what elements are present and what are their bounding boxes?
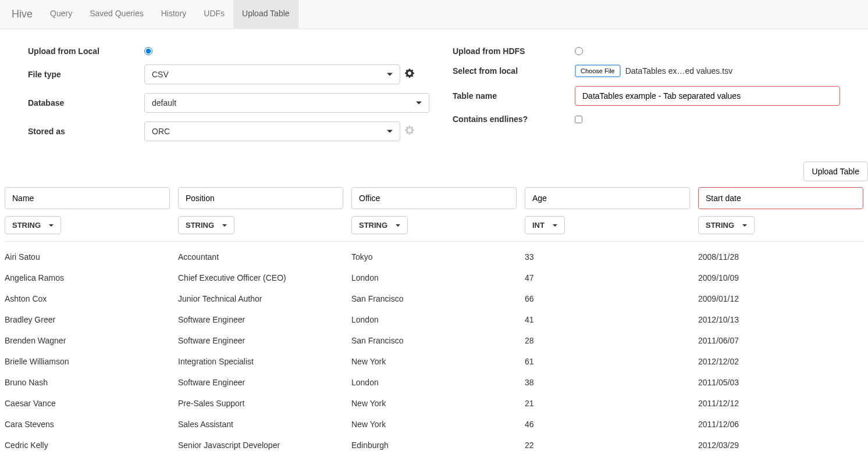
table-cell: 2008/11/28: [698, 252, 863, 262]
table-row: Caesar VancePre-Sales SupportNew York212…: [5, 393, 863, 414]
file-type-select[interactable]: CSV: [144, 65, 400, 84]
upload-form: Upload from Local File type CSV Database…: [0, 29, 868, 156]
database-select[interactable]: default: [144, 93, 429, 113]
table-cell: Bradley Greer: [5, 315, 170, 324]
table-cell: 61: [525, 357, 690, 366]
upload-local-label: Upload from Local: [28, 46, 144, 56]
table-cell: 22: [525, 441, 690, 450]
table-cell: Ashton Cox: [5, 294, 170, 303]
table-cell: 21: [525, 399, 690, 408]
table-cell: 2011/12/12: [698, 399, 863, 408]
nav-tabs: QuerySaved QueriesHistoryUDFsUpload Tabl…: [41, 0, 298, 28]
table-cell: Software Engineer: [178, 336, 343, 345]
table-cell: San Francisco: [351, 336, 517, 345]
table-cell: Cedric Kelly: [5, 441, 170, 450]
table-cell: 2011/05/03: [698, 378, 863, 387]
table-cell: 2009/01/12: [698, 294, 863, 303]
table-cell: Brielle Williamson: [5, 357, 170, 366]
database-value: default: [152, 98, 176, 108]
table-cell: 2012/12/02: [698, 357, 863, 366]
table-cell: Senior Javascript Developer: [178, 441, 343, 450]
table-cell: New York: [351, 420, 517, 429]
table-cell: 2011/12/06: [698, 420, 863, 429]
column-type-select[interactable]: STRING: [698, 216, 755, 234]
table-row: Bruno NashSoftware EngineerLondon382011/…: [5, 372, 863, 393]
table-cell: 33: [525, 252, 690, 262]
column-name-input[interactable]: [351, 187, 517, 209]
table-row: Ashton CoxJunior Technical AuthorSan Fra…: [5, 288, 863, 309]
table-cell: London: [351, 273, 517, 282]
table-row: Brenden WagnerSoftware EngineerSan Franc…: [5, 330, 863, 351]
table-cell: Integration Specialist: [178, 357, 343, 366]
nav-tab-upload-table[interactable]: Upload Table: [233, 0, 298, 28]
table-cell: Airi Satou: [5, 252, 170, 262]
upload-table-button[interactable]: Upload Table: [803, 162, 868, 181]
table-cell: 47: [525, 273, 690, 282]
stored-as-select[interactable]: ORC: [144, 121, 400, 141]
column-type-select[interactable]: INT: [525, 216, 565, 234]
table-name-input[interactable]: [575, 86, 840, 106]
stored-as-value: ORC: [152, 127, 170, 136]
table-cell: 41: [525, 315, 690, 324]
table-name-label: Table name: [453, 91, 575, 101]
table-cell: Brenden Wagner: [5, 336, 170, 345]
table-cell: 2012/03/29: [698, 441, 863, 450]
table-cell: Software Engineer: [178, 315, 343, 324]
table-cell: 66: [525, 294, 690, 303]
table-cell: Accountant: [178, 252, 343, 262]
nav-tab-saved-queries[interactable]: Saved Queries: [81, 0, 152, 28]
data-table: STRINGSTRINGSTRINGINTSTRING Airi SatouAc…: [0, 187, 868, 456]
table-cell: Tokyo: [351, 252, 517, 262]
contains-endlines-checkbox[interactable]: [575, 116, 582, 123]
column-type-select[interactable]: STRING: [178, 216, 234, 234]
nav-tab-udfs[interactable]: UDFs: [195, 0, 233, 28]
table-cell: 38: [525, 378, 690, 387]
database-label: Database: [28, 98, 144, 108]
contains-endlines-label: Contains endlines?: [453, 114, 575, 124]
table-cell: New York: [351, 399, 517, 408]
upload-hdfs-radio[interactable]: [575, 47, 583, 55]
table-cell: London: [351, 315, 517, 324]
table-cell: 46: [525, 420, 690, 429]
column-name-input[interactable]: [178, 187, 343, 209]
nav-tab-history[interactable]: History: [152, 0, 195, 28]
table-cell: London: [351, 378, 517, 387]
table-cell: Pre-Sales Support: [178, 399, 343, 408]
table-cell: Software Engineer: [178, 378, 343, 387]
table-cell: 2009/10/09: [698, 273, 863, 282]
table-cell: 28: [525, 336, 690, 345]
table-row: Airi SatouAccountantTokyo332008/11/28: [5, 246, 863, 267]
select-local-label: Select from local: [453, 66, 575, 76]
column-name-input[interactable]: [698, 187, 863, 209]
column-type-select[interactable]: STRING: [351, 216, 408, 234]
table-cell: Junior Technical Author: [178, 294, 343, 303]
gear-icon: [405, 126, 414, 138]
choose-file-button[interactable]: Choose File: [575, 65, 621, 77]
table-cell: Caesar Vance: [5, 399, 170, 408]
table-cell: Edinburgh: [351, 441, 517, 450]
nav-tab-query[interactable]: Query: [41, 0, 81, 28]
table-cell: Angelica Ramos: [5, 273, 170, 282]
table-cell: San Francisco: [351, 294, 517, 303]
upload-local-radio[interactable]: [144, 47, 152, 55]
file-type-label: File type: [28, 70, 144, 79]
navbar: Hive QuerySaved QueriesHistoryUDFsUpload…: [0, 0, 868, 29]
file-name: DataTables ex…ed values.tsv: [625, 66, 732, 76]
table-row: Angelica RamosChief Executive Officer (C…: [5, 267, 863, 288]
table-cell: 2012/10/13: [698, 315, 863, 324]
table-cell: 2011/06/07: [698, 336, 863, 345]
upload-hdfs-label: Upload from HDFS: [453, 46, 575, 56]
table-cell: Sales Assistant: [178, 420, 343, 429]
file-type-value: CSV: [152, 70, 169, 79]
table-cell: Cara Stevens: [5, 420, 170, 429]
column-name-input[interactable]: [525, 187, 690, 209]
table-cell: Chief Executive Officer (CEO): [178, 273, 343, 282]
table-row: Cara StevensSales AssistantNew York46201…: [5, 414, 863, 435]
table-cell: New York: [351, 357, 517, 366]
column-type-select[interactable]: STRING: [5, 216, 61, 234]
gear-icon[interactable]: [405, 69, 414, 81]
table-row: Cedric KellySenior Javascript DeveloperE…: [5, 435, 863, 456]
column-name-input[interactable]: [5, 187, 170, 209]
stored-as-label: Stored as: [28, 127, 144, 136]
table-row: Bradley GreerSoftware EngineerLondon4120…: [5, 309, 863, 330]
